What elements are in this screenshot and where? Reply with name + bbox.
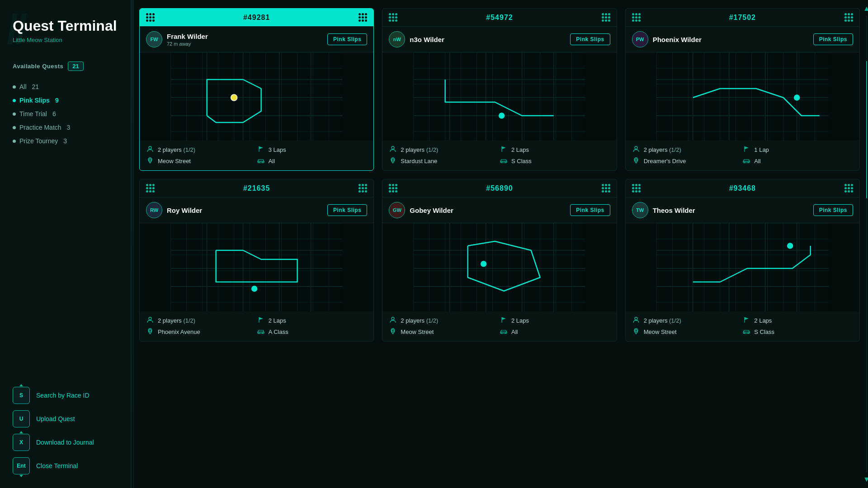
grid-icon-right (844, 13, 853, 22)
stat-laps: 3 Laps (257, 146, 368, 154)
shortcut-key: U (13, 410, 30, 427)
svg-rect-0 (171, 52, 343, 141)
player-info-row: RW Roy Wilder Pink Slips (140, 197, 373, 223)
shortcut-item-ent[interactable]: Ent Close Terminal (13, 457, 118, 474)
car-class-text: S Class (754, 328, 774, 335)
filter-item-practice-match[interactable]: Practice Match 3 (13, 121, 118, 134)
pink-slips-badge: Pink Slips (813, 204, 853, 216)
pink-slips-badge: Pink Slips (327, 33, 367, 45)
race-card-21635[interactable]: #21635 RW Roy Wilder Pink Slips (139, 179, 374, 342)
grid-icon-right (844, 184, 853, 192)
player-details: n3o Wilder (410, 36, 444, 43)
filter-dot (13, 85, 16, 89)
shortcut-label: Search by Race ID (36, 392, 90, 399)
svg-point-121 (252, 286, 257, 291)
laps-text: 2 Laps (269, 317, 286, 324)
grid-icon-right (602, 13, 610, 22)
players-text: 2 players (1/2) (644, 146, 681, 153)
avatar: PW (632, 31, 648, 47)
stat-laps: 1 Lap (742, 146, 853, 154)
car-class-text: All (511, 328, 518, 335)
location-icon (146, 157, 154, 165)
svg-point-122 (149, 317, 151, 320)
shortcut-item-x[interactable]: X Download to Journal (13, 434, 118, 451)
shortcut-list: S Search by Race ID U Upload Quest X Dow… (13, 387, 118, 474)
filter-dot (13, 126, 16, 129)
flag-icon (257, 146, 265, 154)
filter-item-prize-tourney[interactable]: Prize Tourney 3 (13, 134, 118, 148)
player-left: TW Theos Wilder (632, 202, 695, 218)
race-stats: 2 players (1/2) 2 Laps Phoenix Avenue A … (140, 311, 373, 341)
location-text: Stardust Lane (401, 158, 437, 164)
race-id: #54972 (486, 14, 513, 22)
grid-icon-left (389, 13, 397, 22)
race-card-17502[interactable]: #17502 PW Phoenix Wilder Pink Slips (625, 8, 860, 171)
filter-label: All (19, 83, 27, 90)
shortcut-item-u[interactable]: U Upload Quest (13, 410, 118, 427)
laps-text: 3 Laps (269, 146, 286, 153)
race-card-56890[interactable]: #56890 GW Gobey Wilder Pink Slips (382, 179, 617, 342)
player-info-row: nW n3o Wilder Pink Slips (382, 27, 616, 52)
player-info-row: TW Theos Wilder Pink Slips (626, 197, 859, 223)
stat-location: Stardust Lane (389, 157, 500, 165)
svg-point-28 (149, 159, 151, 161)
sidebar-title: Quest Terminal (13, 18, 118, 34)
svg-point-156 (392, 330, 394, 332)
players-text: 2 players (1/2) (158, 317, 195, 324)
filter-label: Pink Slips (19, 97, 50, 104)
map-area (140, 52, 373, 141)
race-id: #56890 (486, 184, 513, 192)
svg-point-26 (149, 146, 151, 149)
main-content: #49281 FW Frank Wilder 72 m away Pink Sl… (134, 0, 868, 488)
player-details: Phoenix Wilder (653, 36, 702, 43)
available-quests-label: Available Quests (13, 63, 63, 70)
svg-point-185 (787, 243, 793, 249)
filter-item-time-trial[interactable]: Time Trial 6 (13, 107, 118, 121)
stat-car: S Class (500, 157, 610, 165)
filter-dot (13, 113, 16, 116)
players-text: 2 players (1/2) (158, 146, 195, 153)
svg-point-153 (481, 261, 486, 267)
player-details: Theos Wilder (653, 206, 695, 214)
stat-laps: 2 Laps (500, 146, 610, 154)
pink-slips-badge: Pink Slips (813, 33, 853, 45)
stat-laps: 2 Laps (500, 317, 610, 324)
scroll-down-arrow[interactable]: ▼ (863, 475, 868, 483)
grid-icon-left (632, 184, 641, 192)
flag-icon (500, 317, 508, 324)
player-details: Roy Wilder (167, 206, 202, 214)
sidebar: // Quest Terminal Little Meow Station Av… (0, 0, 131, 488)
filter-label: Practice Match (19, 124, 61, 131)
car-icon (500, 328, 508, 335)
card-header: #54972 (382, 9, 616, 27)
card-header: #17502 (626, 9, 859, 27)
stat-location: Meow Street (632, 328, 743, 336)
pink-slips-badge: Pink Slips (327, 204, 367, 216)
filter-dot (13, 140, 16, 143)
stat-players: 2 players (1/2) (389, 317, 500, 324)
filter-item-all[interactable]: All 21 (13, 80, 118, 94)
svg-point-90 (635, 146, 637, 149)
race-card-49281[interactable]: #49281 FW Frank Wilder 72 m away Pink Sl… (139, 8, 374, 171)
svg-point-58 (392, 146, 394, 149)
location-icon (632, 328, 640, 336)
avatar: nW (389, 31, 405, 47)
svg-point-89 (794, 95, 799, 100)
grid-icon-left (146, 13, 155, 22)
available-quests-row: Available Quests 21 (13, 61, 118, 71)
filter-count: 6 (52, 110, 56, 117)
scroll-up-arrow[interactable]: ▲ (863, 5, 868, 13)
location-text: Phoenix Avenue (158, 328, 200, 335)
card-header: #56890 (382, 179, 616, 197)
grid-icon-left (389, 184, 397, 192)
filter-item-pink-slips[interactable]: Pink Slips 9 (13, 94, 118, 107)
race-card-93468[interactable]: #93468 TW Theos Wilder Pink Slips (625, 179, 860, 342)
player-name: n3o Wilder (410, 36, 444, 43)
svg-point-186 (635, 317, 637, 320)
race-card-54972[interactable]: #54972 nW n3o Wilder Pink Slips (382, 8, 617, 171)
player-name: Roy Wilder (167, 206, 202, 214)
grid-icon-right (359, 13, 367, 22)
stat-location: Dreamer's Drive (632, 157, 743, 165)
shortcut-item-s[interactable]: S Search by Race ID (13, 387, 118, 404)
grid-icon-left (146, 184, 155, 192)
